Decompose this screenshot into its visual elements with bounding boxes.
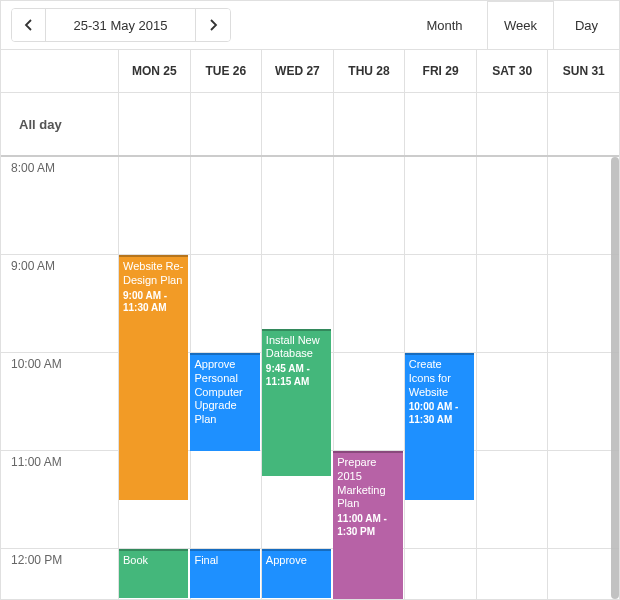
appointment-time: 9:00 AM - 11:30 AM <box>123 290 184 315</box>
all-day-cell[interactable] <box>262 93 334 155</box>
time-label: 10:00 AM <box>1 353 119 450</box>
day-header-row: MON 25 TUE 26 WED 27 THU 28 FRI 29 SAT 3… <box>1 49 619 93</box>
appointment[interactable]: Website Re-Design Plan9:00 AM - 11:30 AM <box>119 255 188 500</box>
all-day-cell[interactable] <box>405 93 477 155</box>
all-day-row: All day <box>1 93 619 157</box>
time-cell[interactable] <box>548 451 619 548</box>
appointment[interactable]: Install New Database9:45 AM - 11:15 AM <box>262 329 331 476</box>
date-range-button[interactable]: 25-31 May 2015 <box>46 9 196 41</box>
time-cell[interactable] <box>548 549 619 599</box>
day-header-fri[interactable]: FRI 29 <box>405 50 477 92</box>
time-cell[interactable] <box>191 255 263 352</box>
appointment-title: Website Re-Design Plan <box>123 260 184 288</box>
time-cell[interactable] <box>548 255 619 352</box>
chevron-right-icon <box>208 19 218 31</box>
appointment-time: 9:45 AM - 11:15 AM <box>266 363 327 388</box>
appointment[interactable]: Final <box>190 549 259 598</box>
scheduler: { "toolbar": { "date_range_label": "25-3… <box>0 0 620 600</box>
time-cell[interactable] <box>119 157 191 254</box>
appointment[interactable]: Book <box>119 549 188 598</box>
time-cell[interactable] <box>477 549 549 599</box>
day-header-sun[interactable]: SUN 31 <box>548 50 619 92</box>
appointment-title: Install New Database <box>266 334 327 362</box>
time-cell[interactable] <box>191 451 263 548</box>
time-grid: 8:00 AM 9:00 AM 10:00 AM 11:00 AM 12:00 … <box>1 157 619 599</box>
time-cell[interactable] <box>405 549 477 599</box>
time-gutter-header <box>1 50 119 92</box>
appointment-time: 10:00 AM - 11:30 AM <box>409 401 470 426</box>
view-switcher: Month Week Day <box>402 1 619 49</box>
appointment[interactable]: Approve <box>262 549 331 598</box>
time-cell[interactable] <box>334 157 406 254</box>
time-cell[interactable] <box>334 255 406 352</box>
appointment-time: 11:00 AM - 1:30 PM <box>337 513 398 538</box>
appointment-title: Create Icons for Website <box>409 358 470 399</box>
all-day-cell[interactable] <box>191 93 263 155</box>
time-cell[interactable] <box>477 353 549 450</box>
appointment[interactable]: Prepare 2015 Marketing Plan11:00 AM - 1:… <box>333 451 402 599</box>
time-label: 8:00 AM <box>1 157 119 254</box>
day-header-tue[interactable]: TUE 26 <box>191 50 263 92</box>
time-cell[interactable] <box>262 157 334 254</box>
time-label: 12:00 PM <box>1 549 119 599</box>
toolbar: 25-31 May 2015 Month Week Day <box>1 1 619 49</box>
date-nav-group: 25-31 May 2015 <box>11 8 231 42</box>
appointment-title: Approve Personal Computer Upgrade Plan <box>194 358 255 427</box>
day-header-mon[interactable]: MON 25 <box>119 50 191 92</box>
time-cell[interactable] <box>477 451 549 548</box>
time-cell[interactable] <box>548 353 619 450</box>
chevron-left-icon <box>24 19 34 31</box>
tab-month[interactable]: Month <box>402 1 487 49</box>
all-day-label: All day <box>1 93 119 155</box>
time-cell[interactable] <box>477 255 549 352</box>
appointment[interactable]: Create Icons for Website10:00 AM - 11:30… <box>405 353 474 500</box>
appointment-title: Final <box>194 554 255 568</box>
all-day-cell[interactable] <box>334 93 406 155</box>
tab-week[interactable]: Week <box>487 1 554 49</box>
time-cell[interactable] <box>548 157 619 254</box>
all-day-cell[interactable] <box>119 93 191 155</box>
next-button[interactable] <box>196 9 230 41</box>
time-cell[interactable] <box>334 353 406 450</box>
all-day-cell[interactable] <box>548 93 619 155</box>
day-header-wed[interactable]: WED 27 <box>262 50 334 92</box>
day-header-thu[interactable]: THU 28 <box>334 50 406 92</box>
time-cell[interactable] <box>405 255 477 352</box>
scrollbar[interactable] <box>611 157 619 599</box>
time-cell[interactable] <box>191 157 263 254</box>
time-label: 9:00 AM <box>1 255 119 352</box>
time-row: 8:00 AM <box>1 157 619 255</box>
tab-day[interactable]: Day <box>554 1 619 49</box>
appointment-title: Book <box>123 554 184 568</box>
time-cell[interactable] <box>477 157 549 254</box>
appointment-title: Approve <box>266 554 327 568</box>
time-grid-scroll[interactable]: 8:00 AM 9:00 AM 10:00 AM 11:00 AM 12:00 … <box>1 157 619 599</box>
day-header-sat[interactable]: SAT 30 <box>477 50 549 92</box>
appointment[interactable]: Approve Personal Computer Upgrade Plan <box>190 353 259 451</box>
prev-button[interactable] <box>12 9 46 41</box>
time-cell[interactable] <box>405 157 477 254</box>
all-day-cell[interactable] <box>477 93 549 155</box>
time-label: 11:00 AM <box>1 451 119 548</box>
appointment-title: Prepare 2015 Marketing Plan <box>337 456 398 511</box>
